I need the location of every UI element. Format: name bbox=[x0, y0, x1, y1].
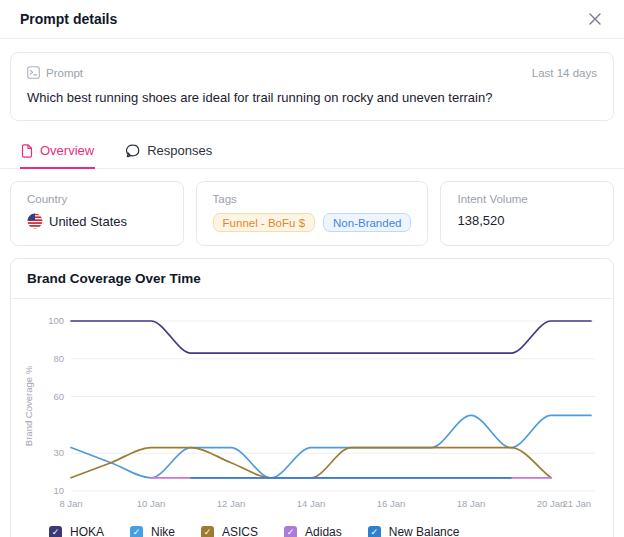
y-tick-label: 10 bbox=[53, 485, 64, 496]
tab-responses[interactable]: Responses bbox=[125, 137, 213, 169]
legend-item-hoka: ✓HOKA bbox=[49, 525, 104, 537]
tab-overview-label: Overview bbox=[40, 143, 94, 158]
x-tick-label: 10 Jan bbox=[137, 498, 166, 509]
chart-body: 100806030108 Jan10 Jan12 Jan14 Jan16 Jan… bbox=[11, 299, 613, 517]
series-line-hoka bbox=[71, 321, 591, 353]
chart-legend: ✓HOKA✓Nike✓ASICS✓Adidas✓New Balance bbox=[11, 517, 613, 537]
legend-item-new-balance: ✓New Balance bbox=[368, 525, 460, 537]
series-line-nike bbox=[71, 415, 591, 477]
header-divider bbox=[0, 38, 624, 39]
prompt-details-modal: Prompt details Prompt Last 14 days Which… bbox=[0, 0, 624, 537]
intent-volume-value: 138,520 bbox=[457, 213, 504, 228]
y-tick-label: 60 bbox=[53, 391, 64, 402]
tag-badges: Funnel - BoFu $Non-Branded bbox=[213, 213, 412, 232]
us-flag-icon bbox=[27, 213, 43, 229]
series-line-asics bbox=[71, 448, 551, 478]
legend-label: HOKA bbox=[70, 525, 104, 537]
x-tick-label: 12 Jan bbox=[217, 498, 246, 509]
legend-checkbox-nike[interactable]: ✓ bbox=[130, 526, 143, 537]
legend-checkbox-new-balance[interactable]: ✓ bbox=[368, 526, 381, 537]
close-button[interactable] bbox=[586, 10, 604, 28]
x-tick-label: 8 Jan bbox=[59, 498, 82, 509]
prompt-card: Prompt Last 14 days Which best running s… bbox=[10, 52, 614, 121]
legend-item-nike: ✓Nike bbox=[130, 525, 175, 537]
x-tick-label: 16 Jan bbox=[377, 498, 406, 509]
legend-label: Adidas bbox=[305, 525, 342, 537]
brand-coverage-card: Brand Coverage Over Time 100806030108 Ja… bbox=[10, 258, 614, 537]
info-cards-row: Country United States Tags Funnel - BoFu… bbox=[10, 181, 614, 246]
modal-header: Prompt details bbox=[0, 0, 624, 38]
brand-coverage-chart: 100806030108 Jan10 Jan12 Jan14 Jan16 Jan… bbox=[21, 307, 605, 513]
x-tick-label: 21 Jan bbox=[562, 498, 591, 509]
legend-checkbox-adidas[interactable]: ✓ bbox=[284, 526, 297, 537]
country-card: Country United States bbox=[10, 181, 184, 246]
legend-label: ASICS bbox=[222, 525, 258, 537]
tag-badge: Non-Branded bbox=[323, 213, 411, 232]
intent-volume-label: Intent Volume bbox=[457, 193, 597, 205]
page-title: Prompt details bbox=[20, 11, 117, 27]
prompt-label: Prompt bbox=[46, 67, 83, 79]
y-tick-label: 30 bbox=[53, 447, 64, 458]
legend-item-adidas: ✓Adidas bbox=[284, 525, 342, 537]
intent-volume-card: Intent Volume 138,520 bbox=[440, 181, 614, 246]
legend-checkbox-hoka[interactable]: ✓ bbox=[49, 526, 62, 537]
document-icon bbox=[21, 144, 33, 158]
tab-responses-label: Responses bbox=[147, 143, 212, 158]
terminal-prompt-icon bbox=[27, 66, 40, 79]
tags-card: Tags Funnel - BoFu $Non-Branded bbox=[196, 181, 429, 246]
country-value: United States bbox=[49, 214, 127, 229]
tags-label: Tags bbox=[213, 193, 412, 205]
x-tick-label: 18 Jan bbox=[457, 498, 486, 509]
period-label: Last 14 days bbox=[532, 67, 597, 79]
prompt-text: Which best running shoes are ideal for t… bbox=[27, 90, 597, 105]
tag-badge: Funnel - BoFu $ bbox=[213, 213, 315, 232]
legend-item-asics: ✓ASICS bbox=[201, 525, 258, 537]
tab-overview[interactable]: Overview bbox=[20, 137, 95, 169]
x-tick-label: 14 Jan bbox=[297, 498, 326, 509]
tab-bar: Overview Responses bbox=[0, 137, 624, 169]
legend-checkbox-asics[interactable]: ✓ bbox=[201, 526, 214, 537]
x-tick-label: 20 Jan bbox=[537, 498, 566, 509]
country-label: Country bbox=[27, 193, 167, 205]
y-tick-label: 80 bbox=[53, 353, 64, 364]
y-tick-label: 100 bbox=[48, 315, 64, 326]
chart-title: Brand Coverage Over Time bbox=[27, 271, 597, 286]
y-axis-label: Brand Coverage % bbox=[23, 365, 34, 446]
legend-label: New Balance bbox=[389, 525, 460, 537]
legend-label: Nike bbox=[151, 525, 175, 537]
close-icon bbox=[588, 12, 602, 26]
chat-bubble-icon bbox=[126, 144, 140, 158]
